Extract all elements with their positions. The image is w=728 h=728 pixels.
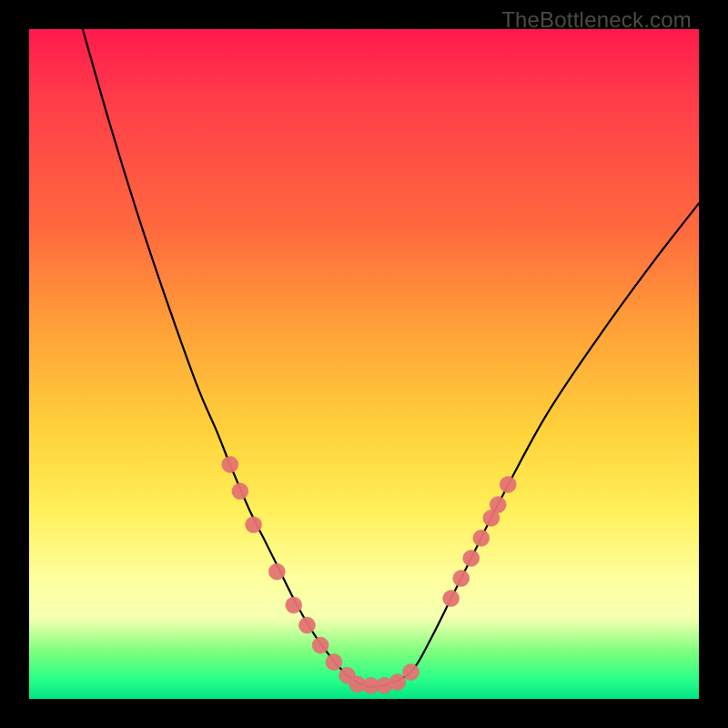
curve-marker [298,617,315,633]
chart-frame: TheBottleneck.com [0,0,728,728]
curve-marker [326,654,342,671]
curve-markers [222,456,516,693]
curve-marker [286,597,302,613]
bottleneck-curve [83,29,699,687]
curve-marker [403,664,420,681]
curve-marker [246,517,262,533]
curve-marker [453,571,470,587]
chart-svg [29,29,699,699]
curve-marker [443,591,460,607]
curve-marker [312,637,329,653]
curve-marker [389,674,406,691]
curve-marker [473,530,490,546]
curve-marker [232,483,248,500]
curve-marker [268,563,285,580]
curve-marker [463,550,480,566]
curve-marker [222,456,238,472]
curve-marker [490,497,506,513]
curve-marker [500,476,516,492]
plot-area [29,29,699,699]
